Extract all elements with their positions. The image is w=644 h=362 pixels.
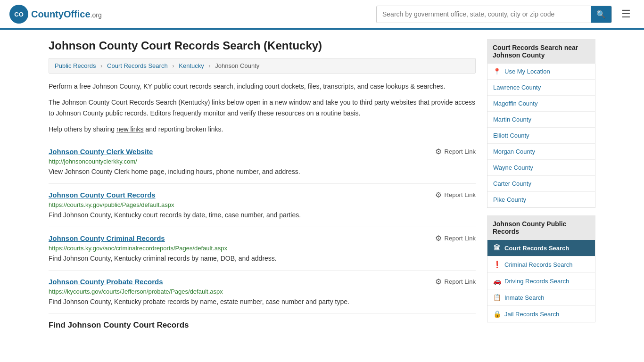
public-record-item[interactable]: 🚗 Driving Records Search xyxy=(487,273,595,289)
search-container: 🔍 xyxy=(376,6,612,23)
nearby-county-item[interactable]: Wayne County xyxy=(487,160,595,176)
public-record-item[interactable]: 🏛 Court Records Search xyxy=(487,240,595,256)
record-item-header: Johnson County Probate Records ⚙ Report … xyxy=(49,277,476,286)
logo-suffix: .org xyxy=(91,11,102,19)
record-item: Johnson County Criminal Records ⚙ Report… xyxy=(49,227,476,271)
public-records-section-title: Johnson County Public Records xyxy=(487,215,595,240)
public-record-item[interactable]: 🔒 Jail Records Search xyxy=(487,306,595,322)
report-link[interactable]: ⚙ Report Link xyxy=(435,234,476,243)
report-label: Report Link xyxy=(445,278,476,285)
record-description: Find Johnson County, Kentucky criminal r… xyxy=(49,254,476,263)
public-record-label: Inmate Search xyxy=(504,294,545,301)
public-record-link[interactable]: 🔒 Jail Records Search xyxy=(487,306,595,322)
public-record-link[interactable]: 📋 Inmate Search xyxy=(487,289,595,305)
report-icon: ⚙ xyxy=(435,190,442,199)
nearby-county-item[interactable]: Martin County xyxy=(487,112,595,128)
main-container: Johnson County Court Records Search (Ken… xyxy=(39,30,605,339)
public-record-item[interactable]: ❗ Criminal Records Search xyxy=(487,256,595,273)
public-record-icon: ❗ xyxy=(493,261,501,268)
breadcrumb-court-records[interactable]: Court Records Search xyxy=(107,62,168,69)
public-record-label: Criminal Records Search xyxy=(504,261,573,268)
breadcrumb-kentucky[interactable]: Kentucky xyxy=(179,62,204,69)
record-item: Johnson County Clerk Website ⚙ Report Li… xyxy=(49,140,476,184)
public-record-label: Jail Records Search xyxy=(504,311,559,318)
nearby-county-list: 📍 Use My Location Lawrence CountyMagoffi… xyxy=(487,64,595,208)
record-item: Johnson County Probate Records ⚙ Report … xyxy=(49,271,476,314)
record-url: https://courts.ky.gov/aoc/criminalrecord… xyxy=(49,245,476,252)
use-my-location-item[interactable]: 📍 Use My Location xyxy=(487,64,595,80)
search-button[interactable]: 🔍 xyxy=(591,6,611,23)
nearby-county-item[interactable]: Elliott County xyxy=(487,128,595,144)
nearby-county-link[interactable]: Martin County xyxy=(487,112,595,127)
nearby-county-item[interactable]: Morgan County xyxy=(487,144,595,160)
logo: CO CountyOffice.org xyxy=(9,5,102,24)
nearby-county-item[interactable]: Magoffin County xyxy=(487,96,595,112)
report-link[interactable]: ⚙ Report Link xyxy=(435,190,476,199)
header-controls: 🔍 ☰ xyxy=(376,6,635,23)
record-item-header: Johnson County Clerk Website ⚙ Report Li… xyxy=(49,147,476,156)
public-record-link[interactable]: ❗ Criminal Records Search xyxy=(487,256,595,272)
record-title[interactable]: Johnson County Criminal Records xyxy=(49,234,165,242)
nearby-county-link[interactable]: Wayne County xyxy=(487,160,595,175)
nearby-county-item[interactable]: Lawrence County xyxy=(487,80,595,96)
nearby-county-item[interactable]: Pike County xyxy=(487,192,595,207)
public-record-item[interactable]: 📋 Inmate Search xyxy=(487,289,595,306)
description-2: The Johnson County Court Records Search … xyxy=(49,97,476,118)
hamburger-icon: ☰ xyxy=(621,8,631,20)
public-record-link[interactable]: 🚗 Driving Records Search xyxy=(487,273,595,289)
breadcrumb-current: Johnson County xyxy=(215,62,259,69)
svg-text:CO: CO xyxy=(14,11,24,18)
content-area: Johnson County Court Records Search (Ken… xyxy=(49,39,476,330)
record-item-header: Johnson County Criminal Records ⚙ Report… xyxy=(49,234,476,243)
record-title[interactable]: Johnson County Probate Records xyxy=(49,278,163,286)
search-input[interactable] xyxy=(377,7,591,22)
public-record-icon: 📋 xyxy=(493,294,501,301)
public-record-label: Court Records Search xyxy=(504,245,569,252)
report-label: Report Link xyxy=(445,191,476,198)
nearby-county-link[interactable]: Lawrence County xyxy=(487,80,595,95)
nearby-county-link[interactable]: Pike County xyxy=(487,192,595,207)
public-record-icon: 🚗 xyxy=(493,277,501,285)
record-item: Johnson County Court Records ⚙ Report Li… xyxy=(49,184,476,227)
report-label: Report Link xyxy=(445,148,476,155)
nearby-county-link[interactable]: Carter County xyxy=(487,176,595,191)
public-record-label: Driving Records Search xyxy=(504,278,569,285)
report-label: Report Link xyxy=(445,235,476,242)
logo-name-text: CountyOffice xyxy=(31,9,91,19)
sidebar: Court Records Search near Johnson County… xyxy=(487,39,595,330)
nearby-county-link[interactable]: Magoffin County xyxy=(487,96,595,111)
record-description: Find Johnson County, Kentucky court reco… xyxy=(49,210,476,220)
record-description: View Johnson County Clerk home page, inc… xyxy=(49,167,476,177)
nearby-section-title: Court Records Search near Johnson County xyxy=(487,39,595,64)
description-1: Perform a free Johnson County, KY public… xyxy=(49,81,476,91)
nearby-county-link[interactable]: Morgan County xyxy=(487,144,595,159)
public-records-list: 🏛 Court Records Search ❗ Criminal Record… xyxy=(487,240,595,322)
record-title[interactable]: Johnson County Clerk Website xyxy=(49,148,153,156)
location-icon: 📍 xyxy=(493,68,501,75)
description-3: Help others by sharing new links and rep… xyxy=(49,124,476,134)
record-url: http://johnsoncountyclerkky.com/ xyxy=(49,158,476,165)
record-title[interactable]: Johnson County Court Records xyxy=(49,191,156,199)
report-icon: ⚙ xyxy=(435,147,442,156)
records-list: Johnson County Clerk Website ⚙ Report Li… xyxy=(49,140,476,314)
menu-button[interactable]: ☰ xyxy=(618,6,635,22)
record-url: https://courts.ky.gov/public/Pages/defau… xyxy=(49,201,476,208)
nearby-county-link[interactable]: Elliott County xyxy=(487,128,595,143)
public-record-icon: 🔒 xyxy=(493,310,501,318)
new-links-link[interactable]: new links xyxy=(116,125,144,133)
search-icon: 🔍 xyxy=(596,10,606,18)
public-record-link[interactable]: 🏛 Court Records Search xyxy=(487,240,595,256)
report-icon: ⚙ xyxy=(435,277,442,286)
report-link[interactable]: ⚙ Report Link xyxy=(435,277,476,286)
nearby-county-item[interactable]: Carter County xyxy=(487,176,595,192)
breadcrumb: Public Records › Court Records Search › … xyxy=(49,58,476,74)
logo-text: CountyOffice.org xyxy=(31,9,102,20)
breadcrumb-public-records[interactable]: Public Records xyxy=(55,62,96,69)
use-my-location-link[interactable]: 📍 Use My Location xyxy=(487,64,595,79)
record-url: https://kycourts.gov/courts/Jefferson/pr… xyxy=(49,288,476,295)
page-title: Johnson County Court Records Search (Ken… xyxy=(49,39,476,52)
report-icon: ⚙ xyxy=(435,234,442,243)
description-block: Perform a free Johnson County, KY public… xyxy=(49,81,476,135)
report-link[interactable]: ⚙ Report Link xyxy=(435,147,476,156)
record-description: Find Johnson County, Kentucky probate re… xyxy=(49,297,476,307)
